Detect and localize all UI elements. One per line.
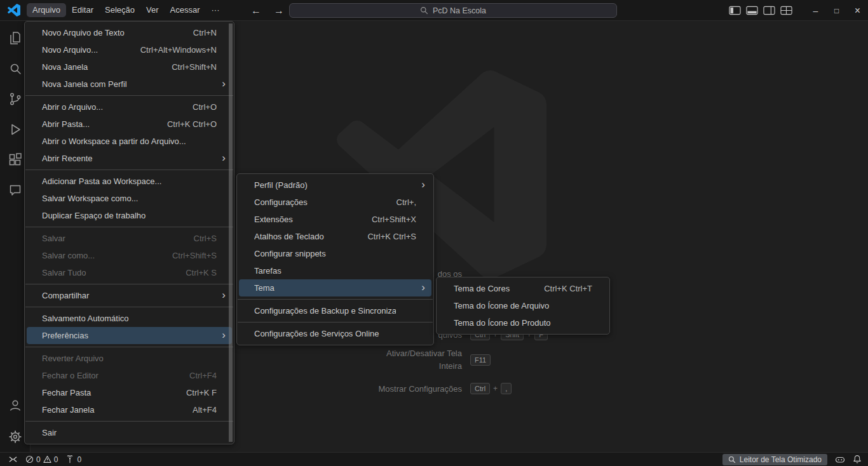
- menu-item-label: Tema de Cores: [454, 284, 524, 293]
- warning-icon: [43, 455, 51, 463]
- copilot-icon[interactable]: [835, 455, 845, 464]
- menu-item-shortcut: Ctrl+S: [194, 234, 217, 243]
- menu-item[interactable]: Configurações de Backup e Sincronização.…: [239, 302, 431, 319]
- notifications-bell-icon[interactable]: [853, 455, 862, 464]
- search-box[interactable]: PcD Na Escola: [289, 3, 617, 18]
- remote-indicator[interactable]: [6, 453, 20, 466]
- menu-item[interactable]: Salvar Tudo Ctrl+K S: [27, 264, 232, 281]
- menu-item[interactable]: Abrir Pasta... Ctrl+K Ctrl+O: [27, 116, 232, 133]
- menu-item-label: Adicionar Pasta ao Workspace...: [42, 176, 196, 186]
- menubar-item[interactable]: ···: [206, 3, 226, 17]
- menu-item-label: Abrir o Arquivo...: [42, 102, 172, 112]
- submenu-arrow-icon: ›: [219, 287, 228, 304]
- menu-item-label: Salvar como...: [42, 251, 152, 260]
- submenu-arrow-icon: [219, 264, 228, 281]
- keycap: Ctrl: [470, 383, 490, 394]
- menu-item[interactable]: Tarefas: [239, 262, 431, 279]
- forward-button[interactable]: →: [272, 5, 286, 17]
- back-button[interactable]: ←: [249, 5, 263, 17]
- menu-item[interactable]: [238, 322, 433, 323]
- close-button[interactable]: ×: [847, 0, 868, 21]
- menubar-item[interactable]: Acessar: [165, 3, 206, 17]
- menu-item[interactable]: Configurar snippets: [239, 245, 431, 262]
- menu-item[interactable]: Fechar Pasta Ctrl+K F: [27, 384, 232, 401]
- menu-item[interactable]: Nova Janela Ctrl+Shift+N: [27, 58, 232, 76]
- submenu-arrow-icon: [595, 314, 604, 331]
- menu-item[interactable]: [25, 227, 233, 227]
- menu-item[interactable]: Novo Arquivo... Ctrl+Alt+Windows+N: [27, 41, 232, 58]
- menu-item[interactable]: Duplicar Espaço de trabalho: [27, 207, 232, 224]
- menu-item[interactable]: Abrir o Arquivo... Ctrl+O: [27, 98, 232, 116]
- menu-item[interactable]: [238, 299, 433, 300]
- menu-item[interactable]: Abrir Recente ›: [27, 150, 232, 167]
- menu-item[interactable]: Salvar Workspace como...: [27, 190, 232, 207]
- menu-item[interactable]: Sair: [27, 424, 232, 441]
- menu-item[interactable]: [25, 421, 233, 422]
- menu-item-shortcut: Ctrl+Shift+N: [172, 62, 217, 72]
- menu-item-label: Sair: [42, 428, 196, 437]
- file-menu: Novo Arquivo de Texto Ctrl+N Novo Arquiv…: [24, 21, 234, 444]
- menu-item[interactable]: Tema do Ícone de Arquivo: [438, 297, 607, 314]
- menu-item[interactable]: Abrir o Workspace a partir do Arquivo...: [27, 133, 232, 150]
- submenu-arrow-icon: ›: [419, 279, 428, 296]
- menu-item[interactable]: Perfil (Padrão) ›: [239, 176, 431, 194]
- theme-submenu: Tema de Cores Ctrl+K Ctrl+T Tema do Ícon…: [436, 277, 610, 335]
- menu-item[interactable]: Tema do Ícone do Produto: [438, 314, 607, 331]
- menu-item[interactable]: Configurações de Serviços Online: [239, 325, 431, 342]
- ports-indicator[interactable]: 0: [63, 453, 84, 466]
- menu-item[interactable]: Novo Arquivo de Texto Ctrl+N: [27, 24, 232, 41]
- menu-item-label: Tema do Ícone do Produto: [454, 318, 572, 328]
- menu-item[interactable]: [25, 347, 233, 347]
- menu-item[interactable]: Fechar o Editor Ctrl+F4: [27, 367, 232, 384]
- toggle-secondary-sidebar-button[interactable]: [761, 0, 778, 21]
- toggle-panel-button[interactable]: [743, 0, 761, 21]
- menu-item[interactable]: [25, 307, 233, 307]
- menu-item[interactable]: Compartilhar ›: [27, 287, 232, 304]
- screen-reader-status[interactable]: Leitor de Tela Otimizado: [722, 454, 827, 465]
- customize-layout-button[interactable]: [778, 0, 795, 21]
- menu-item[interactable]: Tema de Cores Ctrl+K Ctrl+T: [438, 280, 607, 297]
- maximize-button[interactable]: □: [826, 0, 847, 21]
- menu-item-label: Salvar: [42, 234, 173, 243]
- menu-item-shortcut: Ctrl+,: [397, 197, 416, 207]
- menu-item-shortcut: Ctrl+K Ctrl+O: [167, 119, 217, 129]
- menu-item-shortcut: Ctrl+K Ctrl+S: [367, 232, 416, 241]
- menu-item[interactable]: [25, 170, 233, 170]
- menu-item[interactable]: Extensões Ctrl+Shift+X: [239, 211, 431, 228]
- menu-scrollbar[interactable]: [229, 23, 233, 442]
- menu-item[interactable]: Salvar como... Ctrl+Shift+S: [27, 247, 232, 264]
- menubar-item[interactable]: Ver: [140, 3, 165, 17]
- menu-item[interactable]: Fechar Janela Alt+F4: [27, 401, 232, 418]
- menubar-item[interactable]: Seleção: [99, 3, 140, 17]
- toggle-primary-sidebar-button[interactable]: [726, 0, 743, 21]
- menu-item[interactable]: Preferências ›: [27, 327, 232, 344]
- submenu-arrow-icon: ›: [219, 150, 228, 167]
- menu-item[interactable]: Atalhos de Teclado Ctrl+K Ctrl+S: [239, 228, 431, 245]
- search-icon: [420, 6, 428, 15]
- history-navigation: ← →: [249, 0, 286, 21]
- menu-item[interactable]: Tema ›: [239, 279, 431, 296]
- watermark-shortcut-row: Mostrar Configurações Ctrl + ,: [241, 383, 512, 394]
- problems-indicator[interactable]: 0 0: [23, 453, 60, 466]
- error-icon: [25, 455, 34, 463]
- menubar-item[interactable]: Arquivo: [27, 3, 66, 17]
- menu-item[interactable]: Salvamento Automático: [27, 310, 232, 327]
- menu-item-label: Configurações de Serviços Online: [254, 329, 396, 338]
- menu-item-shortcut: Alt+F4: [193, 405, 217, 415]
- menu-item[interactable]: [25, 284, 233, 284]
- menu-item[interactable]: Nova Janela com Perfil ›: [27, 76, 232, 93]
- menu-item[interactable]: Reverter Arquivo: [27, 350, 232, 367]
- menu-item-label: Nova Janela com Perfil: [42, 79, 196, 89]
- minimize-button[interactable]: –: [805, 0, 826, 21]
- menu-item[interactable]: Adicionar Pasta ao Workspace...: [27, 173, 232, 190]
- menubar-item[interactable]: Editar: [66, 3, 99, 17]
- broadcast-tower-icon: [65, 455, 74, 464]
- submenu-arrow-icon: [219, 41, 228, 58]
- menu-item-label: Preferências: [42, 331, 196, 340]
- menu-item-label: Fechar Janela: [42, 405, 172, 415]
- search-value: PcD Na Escola: [433, 6, 486, 15]
- menu-item[interactable]: [25, 95, 233, 96]
- menu-item[interactable]: Configurações Ctrl+,: [239, 194, 431, 211]
- submenu-arrow-icon: [219, 367, 228, 384]
- menu-item[interactable]: Salvar Ctrl+S: [27, 230, 232, 247]
